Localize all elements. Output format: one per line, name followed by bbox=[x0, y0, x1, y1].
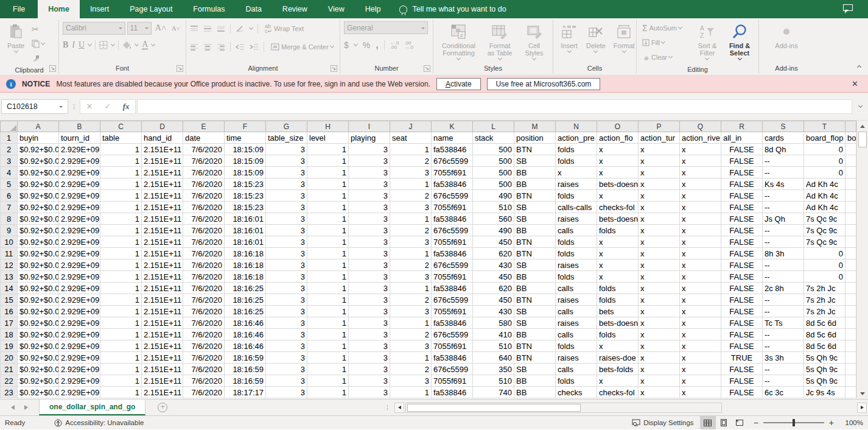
cell[interactable]: 18:16:25 bbox=[225, 294, 266, 306]
cell[interactable]: table bbox=[100, 132, 142, 144]
cell[interactable]: level bbox=[307, 132, 349, 144]
row-header-22[interactable]: 22 bbox=[1, 375, 18, 387]
font-color-button[interactable]: A bbox=[142, 40, 148, 50]
cell[interactable]: raises bbox=[556, 178, 597, 190]
cell[interactable]: checks-fol bbox=[597, 202, 639, 213]
cell[interactable]: BB bbox=[514, 387, 556, 398]
cell[interactable]: 1 bbox=[100, 306, 142, 317]
cell[interactable]: 2.151E+11 bbox=[142, 213, 183, 225]
cell[interactable]: $0.92+$0.0 bbox=[18, 271, 59, 283]
cell[interactable]: 1 bbox=[100, 213, 142, 225]
menu-tab-insert[interactable]: Insert bbox=[80, 0, 119, 18]
fill-color-button[interactable] bbox=[122, 41, 131, 49]
cell[interactable]: 1 bbox=[307, 387, 349, 398]
font-size-select[interactable]: 11 bbox=[127, 22, 152, 35]
row-header-4[interactable]: 4 bbox=[1, 167, 18, 178]
cell[interactable]: 500 bbox=[473, 178, 514, 190]
name-box[interactable]: C102618 bbox=[1, 99, 68, 114]
column-header-G[interactable]: G bbox=[266, 121, 307, 132]
cell[interactable]: 18:16:18 bbox=[225, 271, 266, 283]
cell[interactable] bbox=[845, 340, 856, 352]
menu-tab-page-layout[interactable]: Page Layout bbox=[119, 0, 183, 18]
cell[interactable]: x bbox=[680, 364, 721, 375]
menu-tab-file[interactable]: File bbox=[0, 0, 38, 18]
cell[interactable] bbox=[845, 248, 856, 259]
cell[interactable]: 1 bbox=[390, 178, 432, 190]
cell[interactable]: $0.92+$0.0 bbox=[18, 167, 59, 178]
cell[interactable] bbox=[845, 225, 856, 236]
cell[interactable]: 1 bbox=[390, 352, 432, 364]
cell[interactable]: 2 bbox=[390, 225, 432, 236]
cell[interactable]: stack bbox=[473, 132, 514, 144]
cell[interactable]: 7s Qc 9c bbox=[804, 236, 845, 248]
cell[interactable]: $0.92+$0.0 bbox=[18, 352, 59, 364]
cell[interactable]: FALSE bbox=[721, 364, 763, 375]
cell[interactable]: 430 bbox=[473, 259, 514, 271]
cell[interactable]: 3 bbox=[266, 271, 307, 283]
cell[interactable]: 18:16:25 bbox=[225, 283, 266, 294]
cell[interactable]: raises bbox=[556, 352, 597, 364]
cell[interactable]: 0 bbox=[804, 248, 845, 259]
cell[interactable] bbox=[845, 178, 856, 190]
cell[interactable]: x bbox=[639, 248, 680, 259]
cell[interactable]: 3s 3h bbox=[763, 352, 804, 364]
cell[interactable]: 2.151E+11 bbox=[142, 340, 183, 352]
row-header-18[interactable]: 18 bbox=[1, 329, 18, 340]
formula-expand-icon[interactable] bbox=[853, 106, 867, 107]
cell[interactable]: x bbox=[680, 317, 721, 329]
cell[interactable]: 0 bbox=[804, 155, 845, 167]
cell[interactable]: 18:15:23 bbox=[225, 190, 266, 202]
cell[interactable]: 676c5599 bbox=[432, 329, 473, 340]
cell[interactable]: 7055f691 bbox=[432, 340, 473, 352]
cell[interactable]: x bbox=[639, 306, 680, 317]
cell[interactable]: 3 bbox=[349, 155, 390, 167]
clear-button[interactable]: Clear bbox=[640, 51, 690, 64]
cell[interactable]: 3 bbox=[266, 155, 307, 167]
cell[interactable]: 18:15:09 bbox=[225, 144, 266, 155]
borders-button[interactable] bbox=[99, 41, 108, 49]
cell[interactable]: 2.151E+11 bbox=[142, 387, 183, 398]
cell[interactable]: 7055f691 bbox=[432, 306, 473, 317]
number-format-select[interactable]: General bbox=[344, 21, 428, 34]
normal-view-button[interactable] bbox=[700, 416, 716, 429]
cell[interactable]: -- bbox=[763, 364, 804, 375]
cell[interactable]: 8d 5c 6d bbox=[804, 329, 845, 340]
cell[interactable]: $0.92+$0.0 bbox=[18, 225, 59, 236]
find-select-button[interactable]: Find & Select bbox=[724, 21, 755, 62]
cell[interactable]: 676c5599 bbox=[432, 225, 473, 236]
cell[interactable] bbox=[845, 155, 856, 167]
cell[interactable]: folds bbox=[556, 236, 597, 248]
cell[interactable]: 3 bbox=[266, 248, 307, 259]
merge-center-button[interactable]: Merge & Center bbox=[269, 40, 335, 54]
cell[interactable]: 7/6/2020 bbox=[183, 213, 225, 225]
cell[interactable]: FALSE bbox=[721, 317, 763, 329]
cell[interactable]: 18:16:46 bbox=[225, 317, 266, 329]
cell[interactable]: $0.92+$0.0 bbox=[18, 236, 59, 248]
cell[interactable] bbox=[845, 364, 856, 375]
cell[interactable]: 7/6/2020 bbox=[183, 167, 225, 178]
cell[interactable]: BB bbox=[514, 329, 556, 340]
cell[interactable]: 5s Qh 9c bbox=[804, 364, 845, 375]
cell[interactable]: SB bbox=[514, 155, 556, 167]
cell[interactable]: 1 bbox=[100, 144, 142, 155]
cell[interactable]: folds bbox=[597, 329, 639, 340]
cell[interactable]: x bbox=[597, 144, 639, 155]
cell[interactable]: fa538846 bbox=[432, 178, 473, 190]
cell[interactable]: 18:16:01 bbox=[225, 213, 266, 225]
cell[interactable]: $0.92+$0.0 bbox=[18, 329, 59, 340]
cell[interactable]: $0.92+$0.0 bbox=[18, 375, 59, 387]
cell[interactable]: -- bbox=[763, 375, 804, 387]
cell[interactable]: SB bbox=[514, 202, 556, 213]
cell[interactable]: bets-doesn bbox=[597, 317, 639, 329]
scroll-up-icon[interactable] bbox=[857, 121, 868, 131]
insert-cells-button[interactable]: Insert bbox=[557, 21, 581, 54]
cell[interactable]: 3 bbox=[349, 294, 390, 306]
row-header-11[interactable]: 11 bbox=[1, 248, 18, 259]
cell[interactable]: 3 bbox=[349, 352, 390, 364]
cell[interactable]: folds bbox=[556, 248, 597, 259]
row-header-20[interactable]: 20 bbox=[1, 352, 18, 364]
cell[interactable]: $0.92+$0.0 bbox=[18, 178, 59, 190]
cell[interactable]: 2.151E+11 bbox=[142, 144, 183, 155]
cell[interactable]: -- bbox=[763, 340, 804, 352]
column-header-E[interactable]: E bbox=[183, 121, 225, 132]
